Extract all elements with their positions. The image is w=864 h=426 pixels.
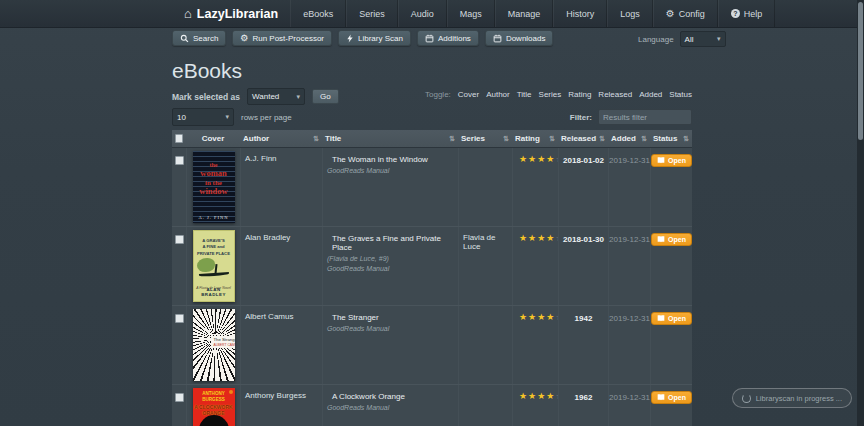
run-post-processor-button[interactable]: Run Post-Processor [232, 30, 332, 46]
author-cell: Anthony Burgess [240, 385, 322, 426]
nav-logs[interactable]: Logs [607, 0, 653, 27]
cover-author-text: ALAN BRADLEY [194, 287, 234, 297]
cover-title-text: the woman in the window [193, 162, 235, 196]
library-scan-button[interactable]: Library Scan [338, 30, 411, 46]
rating-stars: ★★★★★ [519, 154, 558, 164]
book-icon [657, 156, 665, 165]
header-rating[interactable]: Rating [512, 130, 558, 147]
rating-cell: ★★★★★ [512, 385, 558, 426]
nav-help[interactable]: Help [718, 0, 776, 27]
header-rating-label: Rating [515, 134, 540, 143]
home-icon [184, 6, 192, 21]
cogs-icon [240, 33, 248, 43]
nav-manage[interactable]: Manage [495, 0, 554, 27]
select-all-checkbox[interactable] [175, 134, 183, 143]
rating-cell: ★★★★★ [512, 148, 558, 226]
header-title[interactable]: Title [322, 130, 458, 147]
toggle-series[interactable]: Series [539, 90, 562, 99]
nav-history[interactable]: History [553, 0, 607, 27]
mark-selected-group: Mark selected as Wanted Go [172, 88, 339, 105]
toggle-released[interactable]: Released [598, 90, 632, 99]
row-checkbox[interactable] [175, 156, 184, 165]
book-title-link[interactable]: A Clockwork Orange [332, 392, 454, 401]
toggle-added[interactable]: Added [639, 90, 662, 99]
added-date: 2019-12-31 [609, 235, 650, 244]
book-title-link[interactable]: The Woman in the Window [332, 155, 454, 164]
downloads-button[interactable]: Downloads [485, 30, 554, 46]
ebooks-table: Cover Author Title Series Rating Release… [172, 130, 692, 426]
calendar-icon [425, 34, 434, 43]
rows-per-page-select[interactable]: 10 [172, 108, 234, 126]
language-select[interactable]: All [680, 31, 726, 47]
nav-mags[interactable]: Mags [447, 0, 495, 27]
book-cover[interactable]: ANTHONY BURGESS A CLOCKWORK ORANGE [193, 388, 235, 426]
row-checkbox[interactable] [175, 393, 184, 402]
series-name[interactable]: Flavia de Luce [463, 233, 495, 251]
book-source: GoodReads Manual [327, 404, 454, 411]
sort-icon [549, 134, 555, 143]
cover-line: PRIVATE PLACE [194, 251, 234, 257]
additions-label: Additions [438, 34, 471, 43]
row-checkbox[interactable] [175, 235, 184, 244]
series-cell [458, 306, 512, 384]
title-cell: The Stranger GoodReads Manual [322, 306, 458, 384]
toggle-rating[interactable]: Rating [568, 90, 591, 99]
book-title-link[interactable]: The Graves a Fine and Private Place [332, 234, 454, 252]
additions-button[interactable]: Additions [417, 30, 479, 46]
scrollbar-thumb[interactable] [858, 2, 863, 140]
rating-cell: ★★★★★ [512, 306, 558, 384]
header-cover[interactable]: Cover [186, 130, 240, 147]
search-button[interactable]: Search [172, 30, 226, 46]
header-author-label: Author [243, 134, 269, 143]
header-author[interactable]: Author [240, 130, 322, 147]
author-name: Anthony Burgess [245, 391, 306, 400]
toggle-status[interactable]: Status [669, 90, 692, 99]
open-button[interactable]: Open [651, 233, 692, 246]
nav-series[interactable]: Series [346, 0, 398, 27]
title-cell: A Clockwork Orange GoodReads Manual [322, 385, 458, 426]
row-select-cell [172, 385, 186, 426]
open-button[interactable]: Open [651, 391, 692, 404]
nav-audio[interactable]: Audio [398, 0, 447, 27]
mark-selected-select[interactable]: Wanted [247, 88, 305, 105]
series-note: (Flavia de Luce, #9) [327, 255, 454, 262]
toggle-cover[interactable]: Cover [458, 90, 479, 99]
nav-config[interactable]: Config [653, 0, 718, 27]
book-cover[interactable]: A GRAVE'S A FINE and PRIVATE PLACE A Fla… [193, 230, 235, 302]
toggle-title[interactable]: Title [517, 90, 532, 99]
header-added-label: Added [611, 134, 636, 143]
table-row: The Stranger ALBERT CAMUS Albert Camus T… [172, 306, 692, 385]
header-added[interactable]: Added [608, 130, 650, 147]
author-cell: Albert Camus [240, 306, 322, 384]
cover-art-emblem [229, 390, 233, 394]
open-button[interactable]: Open [651, 154, 692, 167]
scrollbar-track[interactable] [857, 0, 864, 426]
brand-home-link[interactable]: LazyLibrarian [172, 0, 290, 27]
added-cell: 2019-12-31 [608, 148, 650, 226]
header-series[interactable]: Series [458, 130, 512, 147]
book-icon [657, 393, 665, 402]
row-checkbox[interactable] [175, 314, 184, 323]
downloads-label: Downloads [506, 34, 546, 43]
nav-ebooks[interactable]: eBooks [290, 0, 346, 27]
toggle-author[interactable]: Author [486, 90, 510, 99]
sort-icon [449, 134, 455, 143]
go-button[interactable]: Go [312, 89, 339, 104]
rating-stars: ★★★★★ [519, 233, 558, 243]
filter-input[interactable] [598, 109, 692, 125]
page-title: eBooks [172, 59, 242, 83]
cover-art-boat [198, 272, 228, 277]
open-button-label: Open [668, 157, 686, 164]
top-navbar: LazyLibrarian eBooks Series Audio Mags M… [0, 0, 864, 28]
book-title-link[interactable]: The Stranger [332, 313, 454, 322]
header-status[interactable]: Status [650, 130, 692, 147]
rows-per-page-label: rows per page [241, 113, 292, 122]
header-released[interactable]: Released [558, 130, 608, 147]
book-cover[interactable]: The Stranger ALBERT CAMUS [193, 309, 235, 381]
author-cell: A.J. Finn [240, 148, 322, 226]
cover-title-text: The Stranger ALBERT CAMUS [211, 336, 234, 348]
open-button[interactable]: Open [651, 312, 692, 325]
book-cover[interactable]: the woman in the window A. J. FINN [193, 151, 235, 223]
header-title-label: Title [325, 134, 341, 143]
author-cell: Alan Bradley [240, 227, 322, 305]
